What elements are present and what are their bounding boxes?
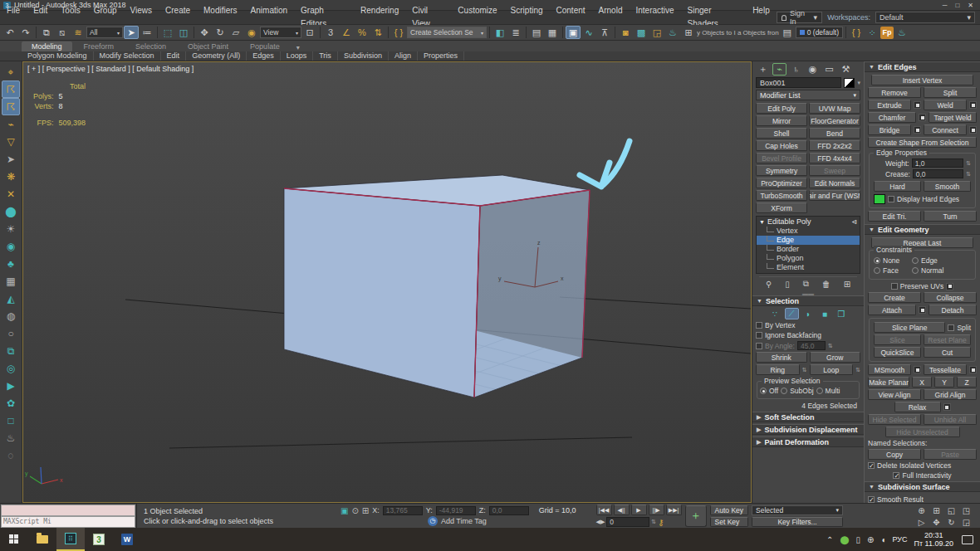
modifier-button-uvw-map[interactable]: UVW Map bbox=[809, 103, 860, 114]
select-and-move-icon[interactable]: ✥ bbox=[197, 26, 212, 39]
ribbon-panel-subdivision[interactable]: Subdivision bbox=[338, 51, 389, 61]
slice-button[interactable]: Slice bbox=[874, 334, 921, 345]
split-checkbox[interactable] bbox=[948, 324, 954, 331]
auto-key-button[interactable]: Auto Key bbox=[710, 505, 749, 515]
bind-to-space-warp-icon[interactable]: ≋ bbox=[71, 26, 86, 39]
window-crossing-icon[interactable]: ◫ bbox=[176, 26, 191, 39]
weight-value[interactable]: 1,0 bbox=[912, 158, 963, 168]
ribbon-tab-caret-icon[interactable]: ▾ bbox=[292, 44, 305, 51]
visibility-icon[interactable]: ⊲ bbox=[851, 218, 857, 226]
fp-plugin-icon[interactable]: Fp bbox=[880, 27, 894, 39]
modifier-button-hair-and-fur-wsm[interactable]: Hair and Fur (WSM) bbox=[809, 190, 860, 201]
use-pivot-point-icon[interactable]: ⊡ bbox=[302, 26, 317, 39]
insert-vertex-button[interactable]: Insert Vertex bbox=[871, 75, 973, 85]
modifier-button-bend[interactable]: Bend bbox=[809, 128, 860, 139]
smooth-result-checkbox[interactable]: ✓ bbox=[868, 496, 875, 503]
tray-chevron-icon[interactable]: ⌃ bbox=[826, 535, 833, 544]
stack-item-vertex[interactable]: Vertex bbox=[757, 227, 860, 236]
paste-button[interactable]: Paste bbox=[924, 449, 977, 460]
start-button[interactable] bbox=[0, 528, 28, 551]
percent-snap-icon[interactable]: % bbox=[355, 26, 370, 39]
ribbon-panel-tris[interactable]: Tris bbox=[313, 51, 338, 61]
select-by-name-icon[interactable]: ≔ bbox=[140, 26, 154, 39]
toggle-ribbon-icon[interactable]: ▣ bbox=[566, 26, 581, 39]
ignore-backfacing-checkbox[interactable] bbox=[756, 332, 762, 339]
weld-settings-icon[interactable] bbox=[969, 101, 977, 109]
rollout-edit-geometry[interactable]: ▼Edit Geometry bbox=[865, 224, 980, 235]
chamfer-button[interactable]: Chamfer bbox=[868, 112, 916, 123]
maxscript-braces-icon[interactable]: { } bbox=[849, 26, 864, 39]
stack-root-editable-poly[interactable]: ▼ Editable Poly ⊲ bbox=[757, 217, 860, 227]
shrink-button[interactable]: Shrink bbox=[756, 352, 807, 363]
modifier-button-turbosmooth[interactable]: TurboSmooth bbox=[756, 190, 807, 201]
constraint-edge-radio[interactable] bbox=[912, 257, 919, 264]
idea-bulb-icon[interactable]: ◌ bbox=[2, 446, 20, 464]
crease-value[interactable]: 0,0 bbox=[913, 169, 963, 178]
select-and-rotate-icon[interactable]: ↻ bbox=[213, 26, 228, 39]
layer-list-icon[interactable]: ▤ bbox=[780, 26, 795, 39]
ribbon-panel-geometry-all[interactable]: Geometry (All) bbox=[186, 51, 247, 61]
modifier-button-edit-normals[interactable]: Edit Normals bbox=[809, 178, 860, 188]
configure-modifier-sets-icon[interactable]: ⊞ bbox=[844, 280, 850, 289]
file-explorer-button[interactable] bbox=[28, 528, 56, 551]
paint-select-icon[interactable]: ☈ bbox=[2, 80, 20, 98]
time-tag-icon[interactable]: ◷ bbox=[428, 516, 438, 526]
cut-button[interactable]: Cut bbox=[924, 347, 971, 358]
tessellate-settings-icon[interactable] bbox=[969, 366, 977, 373]
modifier-button-shell[interactable]: Shell bbox=[756, 128, 807, 139]
modifier-button-ffd-4x4x4[interactable]: FFD 4x4x4 bbox=[809, 153, 860, 163]
modifier-button-edit-poly[interactable]: Edit Poly bbox=[756, 103, 807, 114]
msmooth-button[interactable]: MSmooth bbox=[868, 364, 911, 375]
by-vertex-checkbox[interactable] bbox=[756, 322, 762, 329]
slice-plane-button[interactable]: Slice Plane bbox=[874, 322, 945, 333]
quickslice-button[interactable]: QuickSlice bbox=[874, 347, 921, 358]
display-tab-icon[interactable]: ▭ bbox=[822, 63, 836, 76]
zoom-all-icon[interactable]: ⊞ bbox=[929, 505, 943, 516]
select-link-icon[interactable]: ⌁ bbox=[2, 115, 20, 133]
field-of-view-icon[interactable]: ▷ bbox=[914, 517, 929, 528]
selection-set-dropdown[interactable]: Selected ▾ bbox=[752, 505, 843, 515]
arrow-select-icon[interactable]: ➤ bbox=[2, 150, 20, 168]
planar-z-button[interactable]: Z bbox=[957, 377, 977, 388]
rollout-edit-edges[interactable]: ▼Edit Edges bbox=[865, 61, 980, 72]
current-frame-field[interactable]: 0 bbox=[606, 517, 649, 527]
toggle-set-key-mode-button[interactable]: ＋ bbox=[685, 505, 707, 527]
view-align-button[interactable]: View Align bbox=[868, 389, 921, 400]
grid-align-button[interactable]: Grid Align bbox=[924, 389, 977, 400]
loop-button[interactable]: Loop bbox=[810, 364, 854, 375]
modifier-button-ffd-2x2x2[interactable]: FFD 2x2x2 bbox=[809, 140, 860, 151]
by-angle-value[interactable]: 45,0 bbox=[797, 341, 826, 350]
modifier-button-symmetry[interactable]: Symmetry bbox=[756, 165, 807, 176]
modifier-button-mirror[interactable]: Mirror bbox=[756, 115, 807, 126]
zoom-extents-all-icon[interactable]: ◳ bbox=[959, 505, 973, 516]
border-subobject-icon[interactable]: ◗ bbox=[801, 308, 816, 319]
modifier-button-prooptimizer[interactable]: ProOptimizer bbox=[756, 178, 807, 188]
element-subobject-icon[interactable]: ❒ bbox=[835, 308, 849, 319]
extrude-button[interactable]: Extrude bbox=[868, 100, 911, 110]
detach-button[interactable]: Detach bbox=[929, 305, 977, 315]
tray-clipboard-icon[interactable]: ▯ bbox=[856, 535, 861, 544]
grid-object-icon[interactable]: ▦ bbox=[2, 272, 20, 290]
modifier-button-cap-holes[interactable]: Cap Holes bbox=[756, 140, 807, 151]
tray-network-icon[interactable]: ⊕ bbox=[867, 535, 874, 544]
camera-icon[interactable]: ◉ bbox=[2, 237, 20, 255]
xy-constraint-icon[interactable]: ✕ bbox=[2, 185, 20, 202]
collapse-button[interactable]: Collapse bbox=[924, 292, 977, 303]
make-unique-icon[interactable]: ⧉ bbox=[803, 279, 809, 289]
ring-button[interactable]: Ring bbox=[756, 364, 800, 375]
create-button[interactable]: Create bbox=[868, 292, 921, 303]
photometric-light-icon[interactable]: ◍ bbox=[2, 307, 20, 324]
bridge-settings-icon[interactable] bbox=[914, 126, 921, 134]
ribbon-panel-modify-selection[interactable]: Modify Selection bbox=[94, 51, 161, 61]
set-key-button[interactable]: Set Key bbox=[710, 517, 749, 527]
hard-edge-color-swatch[interactable] bbox=[874, 194, 885, 204]
sun-icon[interactable]: ☀ bbox=[2, 220, 20, 237]
spinner-icon[interactable]: ⇅ bbox=[828, 343, 833, 349]
ribbon-panel-edit[interactable]: Edit bbox=[161, 51, 187, 61]
rollout-subdivision-displacement[interactable]: ▶Subdivision Displacement bbox=[752, 424, 864, 435]
spinner-icon[interactable]: ⇅ bbox=[651, 519, 656, 525]
ribbon-tab-selection[interactable]: Selection bbox=[125, 41, 176, 51]
edit-named-selections-icon[interactable]: { } bbox=[391, 26, 406, 39]
shape-icon[interactable]: ◭ bbox=[2, 290, 20, 307]
create-tab-icon[interactable]: ＋ bbox=[756, 63, 770, 76]
